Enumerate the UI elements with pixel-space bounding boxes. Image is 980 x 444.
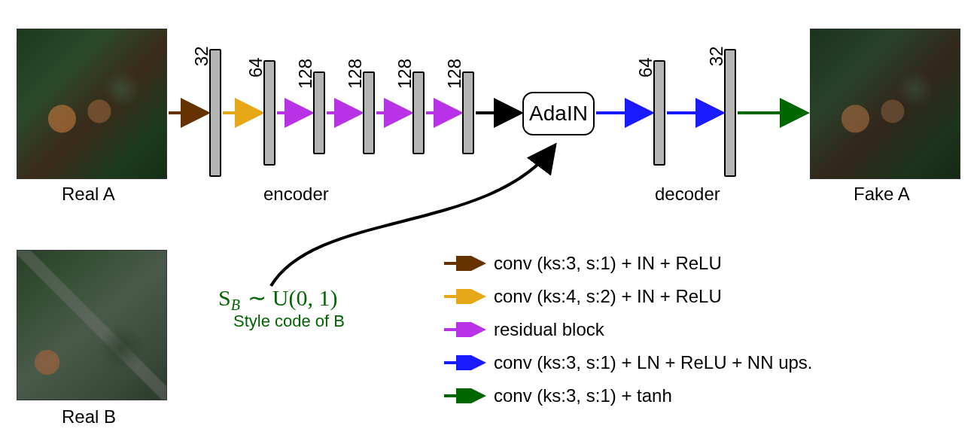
style-sub-label: Style code of B	[233, 312, 345, 331]
style-formula-sub: B	[231, 297, 240, 313]
legend-arrow-3	[443, 355, 488, 370]
enc-layer-5-label: 128	[444, 59, 465, 89]
legend-text-1: conv (ks:4, s:2) + IN + ReLU	[494, 286, 722, 307]
adain-block: AdaIN	[522, 92, 595, 135]
legend-text-2: residual block	[494, 319, 604, 340]
legend: conv (ks:3, s:1) + IN + ReLU conv (ks:4,…	[443, 247, 813, 412]
enc-layer-0-label: 32	[191, 46, 212, 66]
adain-label: AdaIN	[529, 102, 588, 126]
legend-text-0: conv (ks:3, s:1) + IN + ReLU	[494, 253, 722, 274]
legend-text-4: conv (ks:3, s:1) + tanh	[494, 385, 672, 406]
legend-arrow-4	[443, 388, 488, 403]
legend-text-3: conv (ks:3, s:1) + LN + ReLU + NN ups.	[494, 352, 813, 373]
legend-row-3: conv (ks:3, s:1) + LN + ReLU + NN ups.	[443, 346, 813, 379]
style-formula-lhs: S	[218, 285, 231, 310]
caption-fake-a: Fake A	[854, 184, 910, 205]
enc-layer-2-label: 128	[295, 59, 316, 89]
legend-arrow-2	[443, 322, 488, 337]
enc-layer-4-label: 128	[394, 59, 415, 89]
dec-layer-1-label: 32	[706, 46, 727, 66]
legend-arrow-0	[443, 256, 488, 271]
style-formula-rhs: ∼ U(0, 1)	[248, 285, 337, 310]
dec-layer-0-label: 64	[635, 57, 656, 78]
legend-row-2: residual block	[443, 313, 813, 346]
enc-layer-3-label: 128	[345, 59, 366, 89]
enc-layer-0	[209, 49, 221, 177]
image-real-a	[17, 29, 167, 179]
dec-layer-1	[724, 49, 736, 177]
encoder-label: encoder	[263, 184, 329, 205]
legend-row-1: conv (ks:4, s:2) + IN + ReLU	[443, 280, 813, 313]
enc-layer-1-label: 64	[245, 57, 266, 78]
image-fake-a	[810, 29, 960, 179]
style-formula: SB ∼ U(0, 1)	[218, 284, 338, 311]
image-real-b	[17, 250, 167, 400]
legend-row-0: conv (ks:3, s:1) + IN + ReLU	[443, 247, 813, 280]
caption-real-a: Real A	[62, 184, 115, 205]
legend-arrow-1	[443, 289, 488, 304]
legend-row-4: conv (ks:3, s:1) + tanh	[443, 379, 813, 412]
caption-real-b: Real B	[62, 406, 116, 427]
decoder-label: decoder	[655, 184, 720, 205]
